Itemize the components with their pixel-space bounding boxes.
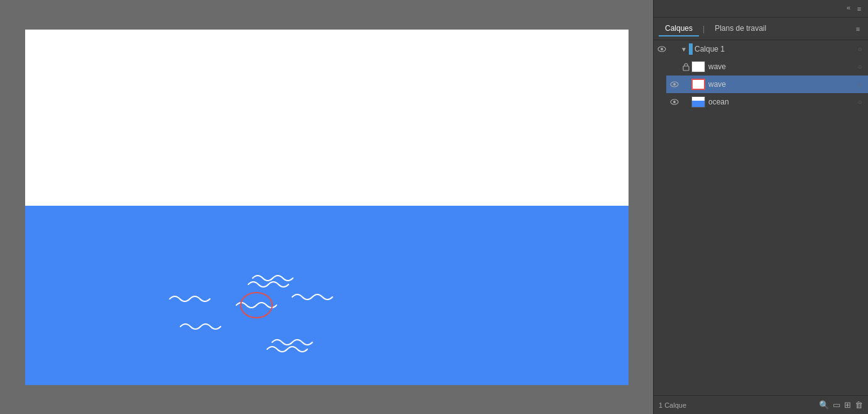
canvas-container bbox=[25, 30, 629, 385]
wave-symbols-svg bbox=[25, 206, 629, 385]
footer-search-icon[interactable]: 🔍 bbox=[819, 400, 829, 410]
sub-layers: wave ○ wave ○ bbox=[654, 58, 868, 111]
top-bar-icons: « ≡ bbox=[847, 4, 864, 14]
layer-row-wave2[interactable]: wave ○ bbox=[666, 76, 868, 93]
wave2-name: wave bbox=[708, 80, 854, 89]
canvas-ocean bbox=[25, 206, 629, 385]
svg-rect-3 bbox=[683, 66, 689, 70]
ocean-thumbnail bbox=[691, 96, 705, 108]
svg-point-2 bbox=[661, 48, 663, 50]
canvas-sky bbox=[25, 30, 629, 218]
group-expand-icon[interactable]: ▼ bbox=[679, 44, 689, 54]
tab-divider: | bbox=[703, 25, 705, 33]
tab-plans-de-travail[interactable]: Plans de travail bbox=[708, 21, 772, 36]
wave1-name: wave bbox=[708, 62, 854, 71]
panel-footer: 1 Calque 🔍 ▭ ⊞ 🗑 bbox=[654, 395, 868, 414]
panel-menu-icon[interactable]: ≡ bbox=[854, 4, 864, 14]
wave2-visibility-icon[interactable] bbox=[669, 79, 680, 90]
layer-row-wave1[interactable]: wave ○ bbox=[666, 58, 868, 76]
collapse-icon[interactable]: « bbox=[847, 4, 850, 14]
wave1-right-icon[interactable]: ○ bbox=[854, 61, 865, 72]
group-color-indicator bbox=[689, 43, 693, 55]
group-layer-name: Calque 1 bbox=[695, 45, 854, 53]
group-right-icon[interactable]: ○ bbox=[854, 43, 865, 55]
wave1-lock-icon[interactable] bbox=[680, 61, 691, 72]
panel-options-icon[interactable]: ≡ bbox=[853, 24, 863, 34]
layer-group-row[interactable]: ▼ Calque 1 ○ bbox=[654, 40, 868, 58]
group-visibility-icon[interactable] bbox=[656, 43, 667, 55]
panel-header: Calques | Plans de travail ≡ bbox=[654, 18, 868, 40]
top-bar: « ≡ bbox=[654, 0, 868, 18]
canvas-area bbox=[0, 0, 653, 414]
ocean-name: ocean bbox=[708, 98, 854, 106]
wave1-visibility-icon[interactable] bbox=[669, 61, 680, 72]
footer-calque-count: 1 Calque bbox=[659, 401, 686, 409]
footer-icons: 🔍 ▭ ⊞ 🗑 bbox=[819, 400, 863, 410]
ocean-visibility-icon[interactable] bbox=[669, 96, 680, 108]
wave2-right-icon[interactable]: ○ bbox=[854, 79, 865, 90]
tab-calques[interactable]: Calques bbox=[659, 21, 699, 36]
svg-point-7 bbox=[673, 101, 676, 103]
footer-trash-icon[interactable]: 🗑 bbox=[855, 400, 863, 410]
footer-add-icon[interactable]: ▭ bbox=[833, 400, 840, 410]
layer-row-ocean[interactable]: ocean ○ bbox=[666, 93, 868, 111]
panel-controls: ≡ bbox=[853, 24, 863, 34]
wave1-thumbnail bbox=[691, 61, 705, 72]
footer-folder-icon[interactable]: ⊞ bbox=[844, 400, 851, 410]
svg-point-5 bbox=[673, 83, 676, 86]
wave2-thumbnail bbox=[691, 79, 705, 90]
ocean-right-icon[interactable]: ○ bbox=[854, 96, 865, 108]
layers-list: ▼ Calque 1 ○ wave ○ bbox=[654, 40, 868, 395]
panel-tabs: Calques | Plans de travail bbox=[659, 21, 772, 36]
right-panel: « ≡ Calques | Plans de travail ≡ ▼ bbox=[653, 0, 868, 414]
